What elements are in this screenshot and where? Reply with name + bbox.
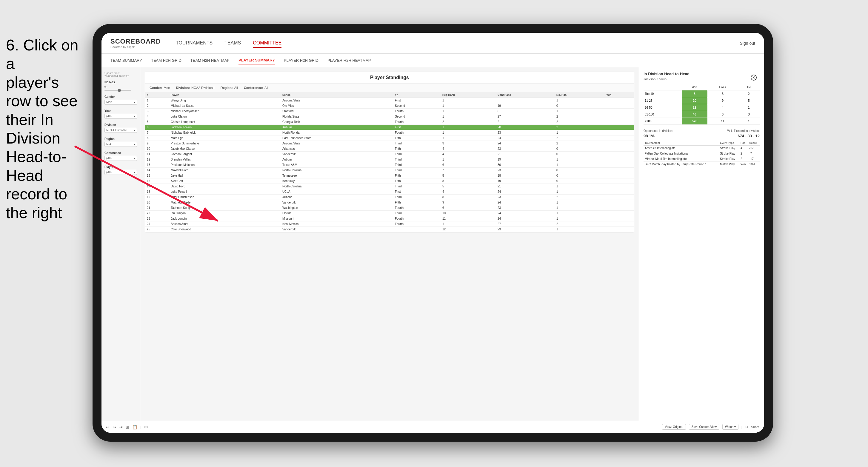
division-select[interactable]: NCAA Division I▾	[104, 128, 137, 133]
tourn-name: Mirabel Maui Jim Intercollegiate	[644, 156, 719, 162]
cell-win	[605, 152, 634, 157]
cell-player: Bastien Amat	[169, 221, 281, 227]
table-row[interactable]: 3 Michael Thorbjornsen Stanford Fourth 1…	[145, 108, 634, 114]
table-row[interactable]: 17 David Ford North Carolina Third 5 21 …	[145, 184, 634, 189]
nav-teams[interactable]: TEAMS	[224, 39, 241, 48]
cell-player: Preston Summerhays	[169, 141, 281, 146]
undo-icon[interactable]: ↩	[106, 425, 110, 429]
table-row[interactable]: 7 Nicholas Gabrielck North Florida Fourt…	[145, 130, 634, 135]
table-row[interactable]: 16 Alex Goff Kentucky Fifth 8 19 0	[145, 179, 634, 184]
table-row[interactable]: 5 Christo Lamprecht Georgia Tech Fourth …	[145, 119, 634, 125]
cell-num: 12	[145, 157, 169, 162]
h2h-range: 26-50	[644, 104, 682, 111]
division-label: Division	[104, 123, 137, 127]
nav-items: TOURNAMENTS TEAMS COMMITTEE	[176, 39, 740, 48]
table-row[interactable]: 6 Jackson Koivun Auburn First 1 20 2	[145, 125, 634, 130]
cell-yr: Third	[393, 141, 440, 146]
sub-nav-team-h2h-heatmap[interactable]: TEAM H2H HEATMAP	[190, 57, 229, 64]
nav-committee[interactable]: COMMITTEE	[253, 39, 281, 48]
view-original-button[interactable]: View: Original	[662, 424, 686, 430]
h2h-title: In Division Head-to-Head	[644, 72, 689, 76]
copy-icon[interactable]: ⊞	[126, 425, 129, 429]
table-row[interactable]: 2 Michael La Sasso Ole Miss Second 1 19 …	[145, 103, 634, 108]
forward-icon[interactable]: ⇥	[119, 425, 123, 429]
region-select[interactable]: N/A▾	[104, 142, 137, 147]
h2h-loss: 3	[707, 90, 738, 97]
cell-reg: 10	[440, 211, 496, 216]
cell-school: Vanderbilt	[281, 152, 393, 157]
table-row[interactable]: 8 Mats Ege East Tennessee State Fifth 1 …	[145, 135, 634, 141]
cell-conf: 30	[496, 162, 555, 168]
conference-select[interactable]: (All)▾	[104, 156, 137, 161]
gender-select[interactable]: Men▾	[104, 100, 137, 105]
sub-nav-player-summary[interactable]: PLAYER SUMMARY	[239, 56, 275, 64]
gender-filter-label: Gender:	[150, 86, 162, 90]
redo-icon[interactable]: ↪	[113, 425, 116, 429]
watch-button[interactable]: Watch ▾	[722, 424, 739, 430]
cell-rds: 1	[555, 98, 605, 103]
cell-num: 11	[145, 152, 169, 157]
gender-section: Gender Men▾	[104, 95, 137, 105]
sign-out-button[interactable]: Sign out	[740, 41, 755, 46]
cell-win	[605, 108, 634, 114]
table-row[interactable]: 11 Gordon Sargent Vanderbilt Third 4 21 …	[145, 152, 634, 157]
update-time: Update time: 27/03/2024 16:56:26	[104, 72, 137, 77]
settings-icon[interactable]: ⚙	[144, 425, 148, 429]
table-row[interactable]: 10 Jacob Max Okeson Arkansas Fifth 4 23 …	[145, 146, 634, 152]
table-row[interactable]: 12 Brendan Valles Auburn Third 1 19 1	[145, 157, 634, 162]
share-button[interactable]: Share	[751, 425, 760, 429]
paste-icon[interactable]: 📋	[132, 425, 137, 429]
tournament-row: Fallen Oak Collegiate Invitational Strok…	[644, 151, 760, 156]
cell-yr: Third	[393, 152, 440, 157]
cell-rds: 1	[555, 130, 605, 135]
cell-win	[605, 184, 634, 189]
table-row[interactable]: 13 Phukaon Malchon Texas A&M Third 6 30 …	[145, 162, 634, 168]
cell-reg: 1	[440, 157, 496, 162]
year-select[interactable]: (All)▾	[104, 114, 137, 119]
cell-school: Auburn	[281, 125, 393, 130]
table-row[interactable]: 20 Matthew Riedel Vanderbilt Fifth 9 24 …	[145, 200, 634, 205]
h2h-close-button[interactable]: ✕	[751, 74, 757, 81]
table-row[interactable]: 24 Bastien Amat New Mexico Fourth 1 27 2	[145, 221, 634, 227]
sub-nav-player-h2h-grid[interactable]: PLAYER H2H GRID	[284, 57, 318, 64]
cell-num: 4	[145, 114, 169, 119]
cell-win	[605, 98, 634, 103]
table-row[interactable]: 21 Taehoon Song Washington Fourth 6 23 1	[145, 205, 634, 211]
table-row[interactable]: 22 Ian Gilligan Florida Third 10 24 1	[145, 211, 634, 216]
save-custom-button[interactable]: Save Custom View	[689, 424, 719, 430]
table-row[interactable]: 1 Wenyi Ding Arizona State First 1 1	[145, 98, 634, 103]
cell-rds: 0	[555, 168, 605, 173]
table-row[interactable]: 25 Cole Sherwood Vanderbilt 12 23 1	[145, 227, 634, 232]
sub-nav-player-h2h-heatmap[interactable]: PLAYER H2H HEATMAP	[328, 57, 371, 64]
cell-yr: Second	[393, 103, 440, 108]
h2h-tie: 1	[738, 118, 760, 125]
cell-reg: 4	[440, 189, 496, 194]
player-label: Player	[104, 165, 137, 168]
nav-tournaments[interactable]: TOURNAMENTS	[176, 39, 213, 48]
player-select[interactable]: (All)▾	[104, 170, 137, 175]
table-row[interactable]: 23 Jack Lundin Missouri Fourth 11 24 1	[145, 216, 634, 221]
h2h-win: 46	[682, 111, 707, 118]
table-row[interactable]: 4 Luke Claton Florida State Second 1 27 …	[145, 114, 634, 119]
sub-nav-team-h2h-grid[interactable]: TEAM H2H GRID	[151, 57, 182, 64]
layout-icon[interactable]: ⊟	[745, 425, 748, 429]
cell-school: Arizona	[281, 194, 393, 200]
table-row[interactable]: 9 Preston Summerhays Arizona State Third…	[145, 141, 634, 146]
h2h-range: >100	[644, 118, 682, 125]
table-row[interactable]: 18 Luke Powell UCLA First 4 24 1	[145, 189, 634, 194]
top-nav: SCOREBOARD Powered by clippit TOURNAMENT…	[101, 33, 764, 54]
table-row[interactable]: 15 Jake Hall Tennessee Fifth 5 18 0	[145, 173, 634, 179]
table-row[interactable]: 14 Maxwell Ford North Carolina Third 7 2…	[145, 168, 634, 173]
opponents-pct: 98.1%	[644, 134, 655, 138]
cell-reg: 1	[440, 103, 496, 108]
cell-player: Tiger Christensen	[169, 194, 281, 200]
table-row[interactable]: 19 Tiger Christensen Arizona Third 8 23 …	[145, 194, 634, 200]
tourn-score: -17	[748, 146, 760, 151]
h2h-row: 26-50 22 4 1	[644, 104, 760, 111]
tourn-score: 18-1	[748, 162, 760, 167]
cell-player: Brendan Valles	[169, 157, 281, 162]
cell-reg: 1	[440, 108, 496, 114]
tourn-score: -17	[748, 156, 760, 162]
sub-nav-team-summary[interactable]: TEAM SUMMARY	[111, 57, 142, 64]
player-section: Player (All)▾	[104, 165, 137, 175]
